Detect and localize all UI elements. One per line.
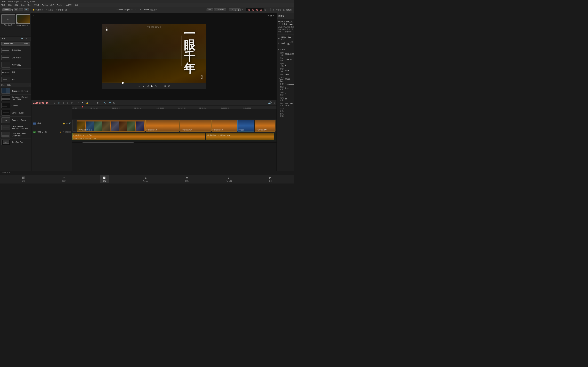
menu-file[interactable]: 文件 [1,4,5,6]
menu-help[interactable]: 帮助 [75,4,78,6]
menu-workspace[interactable]: 工作区 [66,4,72,6]
zoom-level[interactable]: 78% [207,8,213,11]
a1-m-btn[interactable]: M [68,131,71,133]
main-audio-clip[interactable]: 宋前黄宫宣传片（一眼千年） 宋前黄宫宣传片（千年千年）.mp4 [72,133,205,140]
timeline-chevron[interactable]: ▼ [241,9,243,11]
mixer-label[interactable]: 调音台 [276,8,281,11]
tl-flag-btn[interactable]: ⚑ [81,101,84,104]
step-back-btn[interactable]: ⏴ [142,85,145,87]
grid-view-btn[interactable]: ⊞ [14,8,18,11]
tl-snap-btn[interactable]: ⊕ [66,101,69,104]
tl-lock-btn[interactable]: 🔒 [85,101,89,104]
scrollbar-thumb[interactable] [83,142,134,143]
menu-fusion[interactable]: Fusion [42,4,48,6]
title-item-clean-simple[interactable]: Aa Clean and Simple [0,117,31,124]
video-clip-4[interactable]: 宋前黄宫宣传片... [211,120,237,132]
video-clip-3[interactable]: 宋前黄宫宣传片... [180,120,211,132]
nav-media[interactable]: ◧ 媒体 [19,175,28,183]
menu-clip[interactable]: 片段 [14,4,18,6]
more-icon[interactable]: ⋯ [25,38,27,40]
menu-view[interactable]: 显示 [27,4,31,6]
nav-edit[interactable]: ⊞ 剪辑 [100,175,109,183]
tl-blade-btn[interactable]: ✂ [77,101,80,104]
tl-volume-icon[interactable]: 🔊 [268,101,272,105]
search-icon[interactable]: 🔍 [21,38,24,40]
tl-arrow-btn[interactable]: ↕ [93,101,95,104]
title-item-zuobian[interactable]: 左侧字幕条 [0,54,31,61]
preview-fullscreen-icon[interactable]: ⊞ [268,14,269,17]
nav-color[interactable]: ◉ 调色 [182,175,191,183]
title-item-center-reveal[interactable]: Center Reveal [0,109,31,117]
timeline-scrollbar[interactable] [72,142,277,143]
nav-cut[interactable]: ✂ 快捷 [60,175,68,183]
menu-mark[interactable]: 标记 [21,4,25,6]
v1-eye-icon[interactable]: 👁 [66,122,68,125]
tl-fit-btn[interactable]: ⊡ [113,101,116,104]
list-view-btn[interactable]: ☰ [18,8,23,11]
nav-deliver[interactable]: ▶ 交付 [266,175,275,183]
preview-3dots-icon[interactable]: ⋯ [273,14,275,17]
tl-add-btn[interactable]: ⊕ [273,102,275,104]
title-item-call-out[interactable]: Call Out [0,102,31,109]
nav-fusion[interactable]: ◈ Fusion [140,175,151,183]
timeline1-thumb[interactable]: ▶ Timeline 1 [1,14,15,26]
a1-lock-icon[interactable]: 🔒 [59,131,62,133]
title-item-bg-reveal-lower[interactable]: Background Reveal Lower Third [0,95,31,102]
nav-fairlight[interactable]: ♪ Fairlight [223,175,234,183]
title-item-bg-reveal[interactable]: Background Reveal [0,87,31,95]
timeline-name-display[interactable]: Timeline 1 [229,8,241,11]
second-audio-clip[interactable]: 宋前黄宫宣传片（一眼千年）.mp4 [206,133,274,140]
tl-marker-btn[interactable]: — [117,101,120,104]
main-video-clip[interactable]: 宋前黄宫宣传片（...） [77,120,145,132]
menu-color[interactable]: 颜色 [50,4,54,6]
custom-title-item[interactable]: Custom Title Text① [1,42,30,46]
menu-timeline[interactable]: 时间线 [34,4,39,6]
tl-pos-btn[interactable]: ⊞ [62,101,65,104]
fusion-collapse-icon[interactable]: ▲ [28,84,30,86]
empty-clip[interactable] [72,120,77,132]
step-forward-btn[interactable]: ⏵ [159,85,162,87]
tl-link-btn[interactable]: 🔗 [57,101,61,104]
v1-lock-icon[interactable]: 🔒 [63,122,65,125]
title-item-scroll[interactable]: 滚动 [0,76,31,83]
preview-pip-icon[interactable]: ▣ [270,14,272,17]
next-frame-btn[interactable]: ▷ [155,85,157,87]
fx-label[interactable]: 特效发布 [35,8,43,11]
title-item-clean-lower[interactable]: Clean and Simple Lower Third [0,131,31,138]
title-item-dark-box[interactable]: TEXT Dark Box Text [0,138,31,146]
timeline-tracks-area[interactable]: 01:00:00:00 01:00:08:00 01:00:16:00 01:0… [72,106,277,171]
collapse-icon[interactable]: ▲ [28,38,30,40]
title-item-basic[interactable]: T Basic Title 文字 [0,69,31,76]
tl-split-btn[interactable]: ⊘ [70,101,73,104]
preview-mode-icon[interactable]: ⊡ [33,14,35,17]
master-btn[interactable]: Master [2,8,11,11]
v1-link-icon[interactable]: 🔗 [68,122,71,125]
index-label[interactable]: Index [48,9,52,11]
play-btn[interactable]: ▶ [151,84,153,88]
menu-fairlight[interactable]: Fairlight [57,4,63,6]
metadata-label[interactable]: 元数据 [286,8,292,11]
search-btn[interactable]: 🔍 [24,8,29,11]
preview-next-icon[interactable]: ⟩ [37,14,38,17]
go-to-end-btn[interactable]: ⏭ [164,85,166,87]
title-item-zhijian[interactable]: 直间字幕条 [0,61,31,69]
tl-zoom-in-btn[interactable]: 🔎 [108,101,112,104]
title-item-zhongwen[interactable]: 中间字幕条 [0,47,31,54]
sound-label[interactable]: 音响素材库 [58,8,67,11]
title-item-clean-heading[interactable]: Clean Simple Heading Lower and [0,124,31,131]
tl-mode-btn[interactable]: ⊡ [53,101,56,104]
tl-zoom-out-btn[interactable]: 🔍 [103,101,107,104]
loop-btn[interactable]: ↺ [168,85,170,87]
tl-circle-btn[interactable]: ◉ [96,101,99,104]
a1-eye-icon[interactable]: 👁 [62,131,64,133]
menu-edit[interactable]: 编辑 [8,4,12,6]
video-clip-5[interactable]: 宋前黄宫宣传片... [255,120,276,132]
go-to-start-btn[interactable]: ⏮ [138,85,140,87]
video-clip-2[interactable]: 宋前黄宫宣传片... [146,120,180,132]
footage-thumb[interactable]: ♪ 宋前黄宫宣传片-（.... [16,14,30,27]
prev-frame-btn[interactable]: ◁ [147,85,149,87]
preview-progress-bar[interactable] [102,83,206,83]
preview-flag-icon[interactable]: ⟨ [35,14,36,17]
a1-s-btn[interactable]: S [65,131,67,133]
video-clip-blue[interactable]: 宋前黄宫... [237,120,254,132]
